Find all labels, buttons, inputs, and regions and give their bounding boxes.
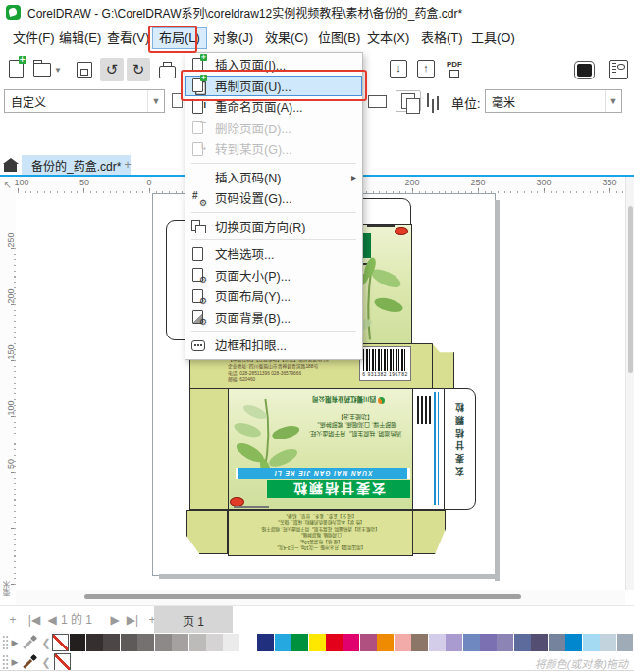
page-size-preset-combo[interactable]: 自定义 ▼ — [4, 89, 165, 113]
palette-eyedropper-icon[interactable] — [23, 654, 38, 670]
horizontal-scrollbar[interactable] — [16, 590, 625, 605]
color-swatch[interactable] — [600, 634, 616, 651]
menu-item-border-and-grommet[interactable]: 边框和扣眼... — [185, 335, 362, 356]
palette-expand-arrow[interactable]: ▶ — [9, 657, 21, 667]
color-swatch[interactable] — [137, 634, 154, 651]
all-pages-button[interactable] — [396, 90, 421, 112]
menubar-item-layout[interactable]: 布局(L) — [152, 27, 207, 49]
menu-item-insert-page-number[interactable]: 插入页码(N)▸ — [185, 167, 362, 188]
page-size-dropdown-arrow[interactable]: ▼ — [147, 90, 164, 112]
color-swatch[interactable] — [189, 634, 206, 651]
no-color-swatch[interactable] — [52, 634, 69, 651]
palette-eyedropper-icon[interactable] — [23, 635, 38, 650]
import-button[interactable]: ↓ — [389, 59, 408, 78]
color-swatch[interactable] — [121, 634, 137, 651]
print-button[interactable] — [155, 59, 179, 80]
color-swatch[interactable] — [463, 634, 480, 651]
color-swatch[interactable] — [429, 634, 446, 651]
show-rulers-button[interactable] — [607, 58, 630, 81]
new-document-button[interactable]: + — [5, 59, 26, 78]
menubar-item-tools[interactable]: 工具(O) — [464, 27, 522, 49]
open-button[interactable] — [31, 61, 53, 78]
menubar-item-object[interactable]: 对象(J) — [206, 27, 260, 49]
color-swatch[interactable] — [411, 634, 428, 651]
color-swatch[interactable] — [446, 634, 462, 651]
color-swatch[interactable] — [343, 634, 360, 651]
color-swatch[interactable] — [155, 634, 172, 651]
vertical-scrollbar-thumb[interactable] — [628, 206, 633, 373]
vertical-scrollbar[interactable] — [625, 177, 634, 590]
color-swatch[interactable] — [565, 634, 582, 651]
color-swatch[interactable] — [240, 634, 257, 651]
redo-button[interactable]: ↻ — [127, 58, 150, 81]
menubar-item-text[interactable]: 文本(X) — [360, 27, 416, 49]
menu-item-duplicate-page[interactable]: 再制页面(U)... — [185, 76, 362, 97]
horizontal-scrollbar-thumb[interactable] — [84, 594, 521, 599]
palette-drag-handle[interactable] — [2, 654, 9, 670]
box-back-left-flap[interactable] — [189, 388, 229, 510]
color-swatch[interactable] — [309, 634, 326, 651]
palette-expand-arrow[interactable]: ▶ — [9, 638, 21, 647]
add-page-button[interactable]: + — [4, 610, 22, 630]
palette-scroll-left[interactable]: ❮ — [40, 637, 52, 649]
undo-button[interactable]: ↺ — [100, 58, 124, 81]
color-swatch[interactable] — [497, 634, 513, 651]
units-combo[interactable]: 毫米 ▼ — [485, 89, 622, 113]
color-swatch[interactable] — [531, 634, 548, 651]
fullscreen-preview-button[interactable] — [572, 59, 596, 80]
next-page-button[interactable]: ▶ — [106, 610, 124, 630]
vertical-ruler[interactable]: 25020015010050 — [0, 193, 16, 590]
box-side-panel[interactable]: 玄麦甘桔颗粒 — [444, 388, 476, 510]
page-1-tab[interactable]: 页 1 — [154, 606, 233, 634]
color-swatch[interactable] — [70, 634, 86, 651]
color-swatch[interactable] — [172, 634, 188, 651]
menubar-item-table[interactable]: 表格(T) — [414, 27, 470, 49]
color-swatch[interactable] — [257, 634, 274, 651]
color-swatch[interactable] — [377, 634, 394, 651]
color-swatch[interactable] — [223, 634, 239, 651]
units-dropdown-arrow[interactable]: ▼ — [605, 90, 621, 112]
menu-item-rename-page[interactable]: 重命名页面(A)... — [185, 96, 362, 118]
first-page-button[interactable]: |◀ — [26, 610, 43, 630]
color-swatch[interactable] — [291, 634, 308, 651]
landscape-orientation-button[interactable] — [365, 93, 389, 109]
current-page-button[interactable] — [423, 91, 443, 109]
publish-pdf-button[interactable]: PDF — [444, 59, 465, 78]
menu-item-delete-page[interactable]: 删除页面(D)... — [185, 118, 362, 139]
menubar-item-effects[interactable]: 效果(C) — [258, 27, 315, 49]
color-swatch[interactable] — [514, 634, 531, 651]
color-swatch[interactable] — [395, 634, 411, 651]
palette-drag-handle[interactable] — [2, 635, 9, 650]
document-tab[interactable]: 备份的_药盒.cdr* — [22, 155, 131, 175]
open-dropdown-arrow[interactable]: ▼ — [53, 63, 63, 77]
menubar-item-view[interactable]: 查看(V) — [100, 27, 156, 49]
color-swatch[interactable] — [326, 634, 343, 651]
menu-item-insert-page[interactable]: 插入页面(I)... — [185, 54, 362, 76]
no-color-swatch[interactable] — [54, 653, 71, 671]
box-left-tuck-flap[interactable] — [166, 220, 186, 340]
portrait-orientation-button[interactable] — [169, 91, 185, 109]
menu-item-switch-page-orientation[interactable]: 切换页面方向(R) — [185, 216, 362, 237]
color-swatch[interactable] — [480, 634, 497, 651]
menu-item-page-background[interactable]: 页面背景(B)... — [185, 307, 362, 329]
last-page-button[interactable]: ▶| — [124, 610, 141, 630]
previous-page-button[interactable]: ◀ — [43, 610, 61, 630]
menu-item-page-size[interactable]: 页面大小(P)... — [185, 265, 362, 286]
menubar-item-bitmaps[interactable]: 位图(B) — [311, 27, 367, 49]
menu-item-document-options[interactable]: 文档选项... — [185, 243, 362, 265]
home-icon[interactable] — [4, 164, 17, 172]
menu-item-goto-page[interactable]: 转到某页(G)... — [185, 138, 362, 160]
color-swatch[interactable] — [549, 634, 565, 651]
menu-item-page-layout[interactable]: 页面布局(Y)... — [185, 285, 362, 307]
color-swatch[interactable] — [583, 634, 600, 651]
export-button[interactable]: ↑ — [416, 59, 436, 78]
palette-scroll-left[interactable]: ❮ — [40, 656, 52, 669]
color-swatch[interactable] — [360, 634, 377, 651]
color-swatch[interactable] — [103, 634, 120, 651]
color-swatch[interactable] — [275, 634, 291, 651]
color-swatch[interactable] — [617, 634, 634, 651]
menu-item-page-number-settings[interactable]: 页码设置(G)... — [185, 187, 362, 209]
new-document-tab-button[interactable]: + — [120, 157, 135, 173]
save-button[interactable] — [74, 61, 95, 78]
color-swatch[interactable] — [206, 634, 223, 651]
